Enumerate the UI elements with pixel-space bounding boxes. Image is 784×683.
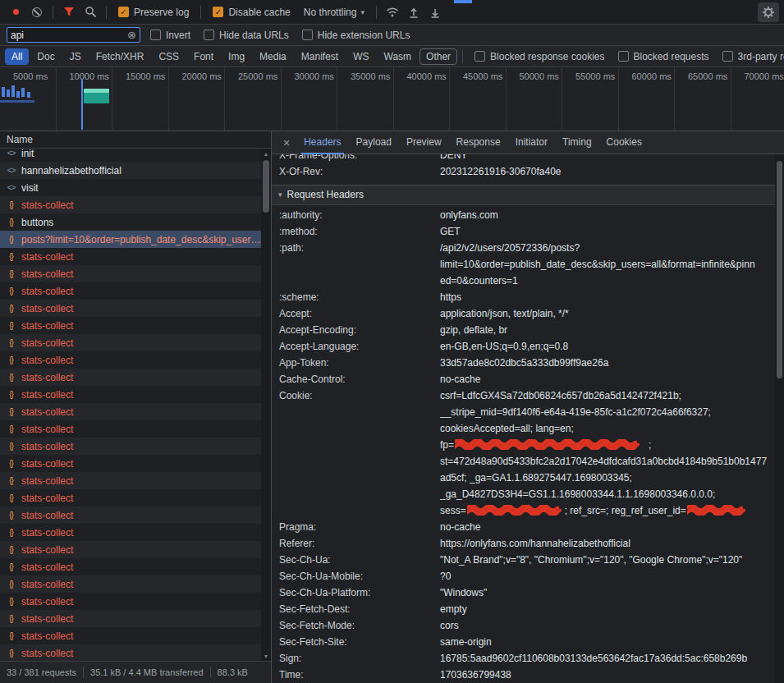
tab-initiator[interactable]: Initiator bbox=[508, 131, 555, 154]
tab-headers[interactable]: Headers bbox=[296, 131, 348, 154]
script-icon: {} bbox=[5, 355, 17, 364]
request-name: stats-collect bbox=[21, 544, 261, 556]
tab-cookies[interactable]: Cookies bbox=[599, 131, 649, 154]
request-list-scrollbar[interactable]: ▲ ▼ bbox=[261, 149, 271, 661]
request-row[interactable]: {}stats-collect bbox=[0, 403, 261, 420]
filter-chip-doc[interactable]: Doc bbox=[30, 48, 61, 65]
request-rows: <>init<>hannahelizabethofficial<>visit{}… bbox=[0, 149, 271, 661]
filter-chip-font[interactable]: Font bbox=[187, 48, 220, 65]
timeline-tick-label: 50000 ms bbox=[507, 71, 562, 81]
filter-chip-media[interactable]: Media bbox=[253, 48, 293, 65]
request-row[interactable]: {}stats-collect bbox=[0, 196, 261, 213]
request-row[interactable]: {}stats-collect bbox=[0, 369, 261, 386]
third-party-requests-checkbox[interactable]: 3rd-party requests bbox=[722, 51, 784, 62]
throttling-select[interactable]: No throttling ▾ bbox=[304, 7, 364, 18]
request-row[interactable]: {}stats-collect bbox=[0, 610, 261, 627]
request-row[interactable]: {}stats-collect bbox=[0, 282, 261, 300]
hide-data-urls-label: Hide data URLs bbox=[219, 30, 289, 41]
invert-checkbox[interactable]: Invert bbox=[150, 30, 190, 41]
filter-chip-js[interactable]: JS bbox=[63, 48, 88, 65]
tab-response[interactable]: Response bbox=[449, 131, 508, 154]
tab-payload[interactable]: Payload bbox=[349, 131, 399, 154]
tab-preview[interactable]: Preview bbox=[399, 131, 449, 154]
export-har-button[interactable] bbox=[424, 2, 446, 22]
hide-extension-urls-checkbox[interactable]: Hide extension URLs bbox=[302, 30, 410, 41]
request-row[interactable]: {}stats-collect bbox=[0, 644, 261, 661]
import-har-button[interactable] bbox=[403, 2, 424, 22]
request-row[interactable]: {}stats-collect bbox=[0, 420, 261, 438]
script-icon: {} bbox=[5, 390, 17, 399]
blocked-requests-checkbox[interactable]: Blocked requests bbox=[618, 51, 709, 62]
wifi-icon bbox=[386, 7, 399, 17]
request-row[interactable]: {}stats-collect bbox=[0, 558, 261, 575]
scrollbar-thumb[interactable] bbox=[777, 161, 782, 378]
tab-timing[interactable]: Timing bbox=[555, 131, 599, 154]
hide-data-urls-checkbox[interactable]: Hide data URLs bbox=[204, 30, 289, 41]
request-name: stats-collect bbox=[21, 562, 261, 573]
request-headers-section-header[interactable]: ▾ Request Headers bbox=[272, 186, 775, 205]
preserve-log-checkbox[interactable]: ✓ Preserve log bbox=[118, 7, 189, 18]
settings-button[interactable] bbox=[758, 2, 779, 22]
request-row[interactable]: {}stats-collect bbox=[0, 627, 261, 644]
request-name: stats-collect bbox=[21, 199, 261, 211]
request-row[interactable]: {}stats-collect bbox=[0, 507, 261, 524]
record-button[interactable] bbox=[5, 2, 26, 22]
request-row[interactable]: {}stats-collect bbox=[0, 300, 261, 317]
filter-chip-wasm[interactable]: Wasm bbox=[378, 48, 419, 65]
network-conditions-button[interactable] bbox=[382, 2, 403, 22]
blocked-response-cookies-label: Blocked response cookies bbox=[490, 51, 604, 62]
request-row[interactable]: <>init bbox=[0, 149, 261, 162]
timeline-tick-label: 15000 ms bbox=[112, 71, 168, 81]
filter-chip-ws[interactable]: WS bbox=[346, 48, 375, 65]
checkbox-checked-icon: ✓ bbox=[213, 7, 223, 17]
request-row[interactable]: {}stats-collect bbox=[0, 472, 261, 489]
scroll-up-icon[interactable]: ▲ bbox=[261, 149, 271, 158]
header-value: 202312261916-30670fa40e bbox=[440, 163, 775, 180]
request-row[interactable]: <>hannahelizabethofficial bbox=[0, 162, 261, 179]
timeline-overview[interactable]: 5000 ms10000 ms15000 ms20000 ms25000 ms3… bbox=[0, 67, 784, 131]
header-value: "Not_A Brand";v="8", "Chromium";v="120",… bbox=[440, 552, 775, 568]
request-row[interactable]: {}buttons bbox=[0, 213, 261, 231]
request-row[interactable]: {}stats-collect bbox=[0, 317, 261, 334]
filter-chip-img[interactable]: Img bbox=[222, 48, 251, 65]
search-button[interactable] bbox=[80, 2, 101, 22]
timeline-activity-bar bbox=[2, 87, 5, 97]
request-row[interactable]: {}stats-collect bbox=[0, 524, 261, 541]
filter-chip-other[interactable]: Other bbox=[420, 48, 457, 65]
request-row[interactable]: {}stats-collect bbox=[0, 593, 261, 610]
download-icon bbox=[429, 7, 441, 18]
request-row[interactable]: {}stats-collect bbox=[0, 386, 261, 403]
request-row[interactable]: {}stats-collect bbox=[0, 334, 261, 351]
request-row[interactable]: {}posts?limit=10&order=publish_date_desc… bbox=[0, 231, 261, 248]
detail-scrollbar[interactable] bbox=[775, 154, 784, 683]
document-icon: <> bbox=[5, 183, 17, 192]
request-row[interactable]: {}stats-collect bbox=[0, 489, 261, 507]
request-row[interactable]: {}stats-collect bbox=[0, 575, 261, 593]
filter-chip-css[interactable]: CSS bbox=[152, 48, 186, 65]
scroll-down-icon[interactable]: ▼ bbox=[261, 651, 271, 661]
filter-input[interactable] bbox=[11, 30, 127, 41]
header-name: :authority: bbox=[279, 207, 440, 223]
timeline-tick-label: 70000 ms bbox=[731, 71, 784, 81]
request-row[interactable]: {}stats-collect bbox=[0, 455, 261, 472]
request-row[interactable]: <>visit bbox=[0, 179, 261, 196]
timeline-tick-label: 60000 ms bbox=[619, 71, 675, 81]
filter-chip-all[interactable]: All bbox=[5, 48, 29, 65]
blocked-response-cookies-checkbox[interactable]: Blocked response cookies bbox=[475, 51, 604, 62]
clear-filter-icon[interactable]: ⊗ bbox=[127, 30, 136, 40]
request-row[interactable]: {}stats-collect bbox=[0, 438, 261, 455]
name-column-header[interactable]: Name bbox=[0, 131, 271, 149]
close-icon[interactable]: × bbox=[277, 136, 296, 149]
request-row[interactable]: {}stats-collect bbox=[0, 351, 261, 369]
filter-chip-fetch-xhr[interactable]: Fetch/XHR bbox=[89, 48, 151, 65]
filter-toggle-button[interactable] bbox=[58, 2, 80, 22]
throttling-value: No throttling bbox=[304, 7, 357, 18]
clear-button[interactable] bbox=[26, 2, 48, 22]
filter-chip-manifest[interactable]: Manifest bbox=[295, 48, 345, 65]
disable-cache-checkbox[interactable]: ✓ Disable cache bbox=[213, 7, 290, 18]
request-row[interactable]: {}stats-collect bbox=[0, 248, 261, 265]
request-row[interactable]: {}stats-collect bbox=[0, 541, 261, 558]
network-main-area: Name <>init<>hannahelizabethofficial<>vi… bbox=[0, 131, 784, 683]
request-row[interactable]: {}stats-collect bbox=[0, 265, 261, 282]
scrollbar-thumb[interactable] bbox=[263, 160, 269, 213]
